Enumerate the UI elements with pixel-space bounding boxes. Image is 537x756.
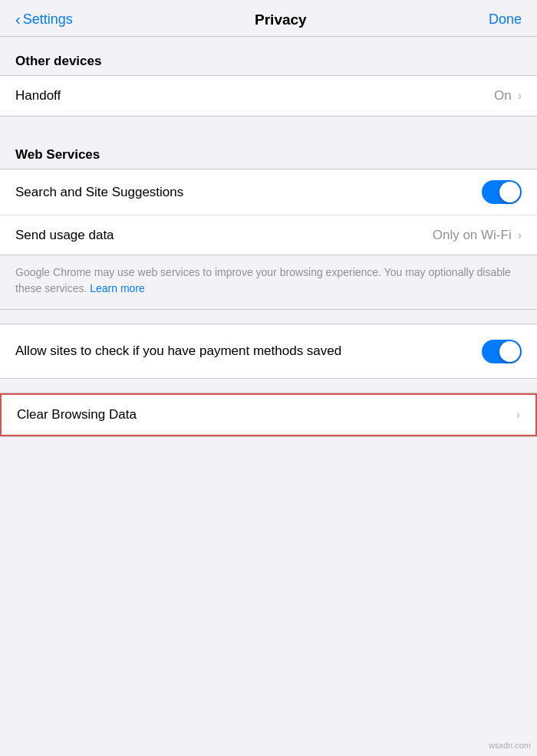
back-chevron-icon: ‹ [15, 11, 21, 28]
payment-methods-label: Allow sites to check if you have payment… [15, 343, 469, 360]
search-suggestions-label: Search and Site Suggestions [15, 185, 482, 200]
payment-methods-toggle[interactable] [482, 340, 522, 363]
other-devices-title: Other devices [15, 54, 101, 68]
send-usage-data-row[interactable]: Send usage data Only on Wi-Fi › [0, 215, 537, 255]
send-usage-value: Only on Wi-Fi [433, 228, 512, 243]
payment-toggle-knob [499, 341, 520, 362]
clear-browsing-chevron-icon: › [516, 408, 520, 422]
description-text: Google Chrome may use web services to im… [15, 266, 511, 294]
clear-browsing-group: Clear Browsing Data › [0, 393, 537, 437]
web-services-description: Google Chrome may use web services to im… [0, 255, 537, 310]
search-suggestions-row: Search and Site Suggestions [0, 169, 537, 215]
learn-more-link[interactable]: Learn more [90, 282, 145, 294]
page-title: Privacy [255, 12, 307, 28]
other-devices-group: Handoff On › [0, 75, 537, 117]
send-usage-chevron-icon: › [518, 228, 522, 242]
send-usage-label: Send usage data [15, 228, 433, 243]
handoff-chevron-icon: › [518, 89, 522, 103]
clear-browsing-label: Clear Browsing Data [17, 407, 516, 422]
spacer-3 [0, 379, 537, 393]
other-devices-section-header: Other devices [0, 37, 537, 75]
spacer-2 [0, 310, 537, 324]
web-services-group: Search and Site Suggestions Send usage d… [0, 169, 537, 255]
handoff-value: On [494, 88, 512, 104]
nav-header: ‹ Settings Privacy Done [0, 0, 537, 37]
clear-browsing-data-row[interactable]: Clear Browsing Data › [0, 393, 537, 436]
handoff-label: Handoff [15, 88, 494, 104]
handoff-row[interactable]: Handoff On › [0, 76, 537, 116]
done-button[interactable]: Done [489, 12, 522, 28]
back-button[interactable]: ‹ Settings [15, 11, 73, 28]
payment-group: Allow sites to check if you have payment… [0, 324, 537, 379]
spacer-1 [0, 117, 537, 130]
web-services-section-header: Web Services [0, 130, 537, 169]
toggle-knob [499, 182, 520, 202]
watermark: wsxdn.com [489, 741, 531, 750]
search-suggestions-toggle[interactable] [482, 180, 522, 204]
payment-methods-row: Allow sites to check if you have payment… [0, 324, 537, 378]
back-label[interactable]: Settings [23, 12, 73, 28]
web-services-title: Web Services [15, 147, 100, 162]
